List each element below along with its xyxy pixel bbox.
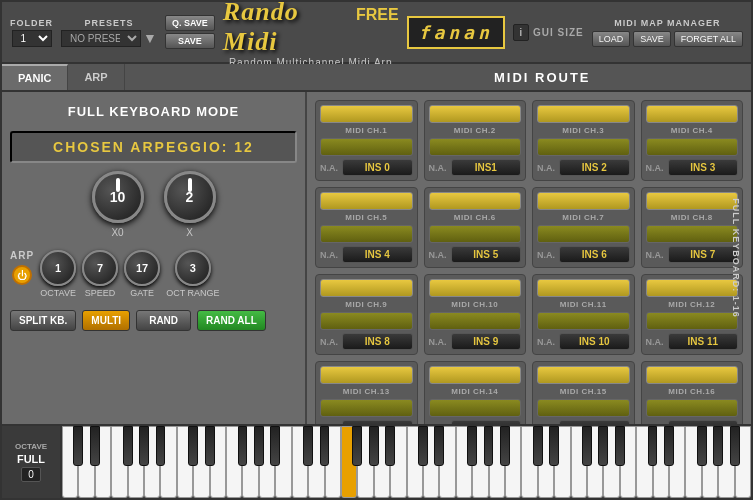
midi-ins-btn-11[interactable]: INS 10 — [559, 333, 630, 350]
midi-top-btn-8[interactable] — [646, 192, 739, 210]
octave-knob[interactable]: 1 — [40, 250, 76, 286]
black-key[interactable] — [303, 426, 313, 466]
rand-button[interactable]: RAND — [136, 310, 191, 331]
midi-top-btn-6[interactable] — [429, 192, 522, 210]
midi-top-btn-11[interactable] — [537, 279, 630, 297]
midi-top-btn-15[interactable] — [537, 366, 630, 384]
midi-olive-btn-4[interactable] — [646, 138, 739, 156]
midi-top-btn-7[interactable] — [537, 192, 630, 210]
black-key[interactable] — [730, 426, 740, 466]
midi-ins-btn-10[interactable]: INS 9 — [451, 333, 522, 350]
midi-ins-btn-13[interactable]: INS 12 — [342, 420, 413, 424]
midi-ins-btn-15[interactable]: INS 14 — [559, 420, 630, 424]
black-key[interactable] — [238, 426, 248, 466]
midi-olive-btn-7[interactable] — [537, 225, 630, 243]
black-key[interactable] — [615, 426, 625, 466]
black-key[interactable] — [352, 426, 362, 466]
black-key[interactable] — [533, 426, 543, 466]
black-key[interactable] — [188, 426, 198, 466]
tab-arp[interactable]: ARP — [68, 64, 124, 90]
gui-size-num-button[interactable]: i — [513, 24, 529, 41]
midi-top-btn-4[interactable] — [646, 105, 739, 123]
black-key[interactable] — [500, 426, 510, 466]
black-key[interactable] — [156, 426, 166, 466]
oct-range-knob[interactable]: 3 — [175, 250, 211, 286]
black-key[interactable] — [320, 426, 330, 466]
black-key[interactable] — [139, 426, 149, 466]
black-key[interactable] — [205, 426, 215, 466]
midi-top-btn-1[interactable] — [320, 105, 413, 123]
midi-top-btn-9[interactable] — [320, 279, 413, 297]
black-key[interactable] — [598, 426, 608, 466]
midi-olive-btn-2[interactable] — [429, 138, 522, 156]
speed-knob[interactable]: 7 — [82, 250, 118, 286]
black-key[interactable] — [582, 426, 592, 466]
midi-ins-btn-5[interactable]: INS 4 — [342, 246, 413, 263]
midi-ins-btn-7[interactable]: INS 6 — [559, 246, 630, 263]
black-key[interactable] — [713, 426, 723, 466]
midi-top-btn-16[interactable] — [646, 366, 739, 384]
midi-ins-btn-2[interactable]: INS1 — [451, 159, 522, 176]
load-button[interactable]: LOAD — [592, 31, 631, 47]
midi-ins-btn-8[interactable]: INS 7 — [668, 246, 739, 263]
black-key[interactable] — [418, 426, 428, 466]
midi-top-btn-14[interactable] — [429, 366, 522, 384]
folder-select[interactable]: 1 — [12, 30, 52, 47]
midi-olive-btn-14[interactable] — [429, 399, 522, 417]
black-key[interactable] — [90, 426, 100, 466]
midi-top-btn-2[interactable] — [429, 105, 522, 123]
midi-olive-btn-3[interactable] — [537, 138, 630, 156]
black-key[interactable] — [434, 426, 444, 466]
midi-olive-btn-16[interactable] — [646, 399, 739, 417]
black-key[interactable] — [549, 426, 559, 466]
midi-top-btn-3[interactable] — [537, 105, 630, 123]
gate-knob[interactable]: 17 — [124, 250, 160, 286]
black-key[interactable] — [664, 426, 674, 466]
qsave-button[interactable]: Q. SAVE — [165, 15, 215, 31]
midi-ins-btn-1[interactable]: INS 0 — [342, 159, 413, 176]
black-key[interactable] — [123, 426, 133, 466]
black-key[interactable] — [270, 426, 280, 466]
midi-top-btn-12[interactable] — [646, 279, 739, 297]
midi-olive-btn-5[interactable] — [320, 225, 413, 243]
midi-olive-btn-8[interactable] — [646, 225, 739, 243]
split-kb-button[interactable]: SPLIT KB. — [10, 310, 76, 331]
forget-all-button[interactable]: FORGET ALL — [674, 31, 743, 47]
rand-all-button[interactable]: RAND ALL — [197, 310, 266, 331]
black-key[interactable] — [254, 426, 264, 466]
midi-olive-btn-6[interactable] — [429, 225, 522, 243]
black-key[interactable] — [73, 426, 83, 466]
knob1[interactable]: 10 — [92, 171, 144, 223]
midi-olive-btn-12[interactable] — [646, 312, 739, 330]
midi-ins-btn-4[interactable]: INS 3 — [668, 159, 739, 176]
multi-button[interactable]: MULTI — [82, 310, 130, 331]
midi-top-btn-13[interactable] — [320, 366, 413, 384]
black-key[interactable] — [369, 426, 379, 466]
save-mm-button[interactable]: SAVE — [633, 31, 670, 47]
black-key[interactable] — [697, 426, 707, 466]
midi-ins-btn-3[interactable]: INS 2 — [559, 159, 630, 176]
midi-olive-btn-13[interactable] — [320, 399, 413, 417]
midi-ins-btn-6[interactable]: INS 5 — [451, 246, 522, 263]
tab-panic[interactable]: PANIC — [2, 64, 68, 90]
midi-ins-btn-12[interactable]: INS 11 — [668, 333, 739, 350]
save-button[interactable]: SAVE — [165, 33, 215, 49]
black-key[interactable] — [484, 426, 494, 466]
black-key[interactable] — [467, 426, 477, 466]
midi-top-btn-10[interactable] — [429, 279, 522, 297]
presets-dropdown-icon[interactable]: ▼ — [143, 30, 157, 46]
midi-ins-btn-9[interactable]: INS 8 — [342, 333, 413, 350]
midi-olive-btn-10[interactable] — [429, 312, 522, 330]
midi-ins-btn-14[interactable]: INS 13 — [451, 420, 522, 424]
midi-olive-btn-11[interactable] — [537, 312, 630, 330]
midi-olive-btn-9[interactable] — [320, 312, 413, 330]
midi-top-btn-5[interactable] — [320, 192, 413, 210]
midi-olive-btn-1[interactable] — [320, 138, 413, 156]
midi-ins-btn-16[interactable]: INS 15 — [668, 420, 739, 424]
arp-power-button[interactable]: ⏻ — [12, 265, 32, 285]
black-key[interactable] — [385, 426, 395, 466]
knob2[interactable]: 2 — [164, 171, 216, 223]
presets-select[interactable]: NO PRESETS — [61, 30, 141, 47]
midi-olive-btn-15[interactable] — [537, 399, 630, 417]
black-key[interactable] — [648, 426, 658, 466]
